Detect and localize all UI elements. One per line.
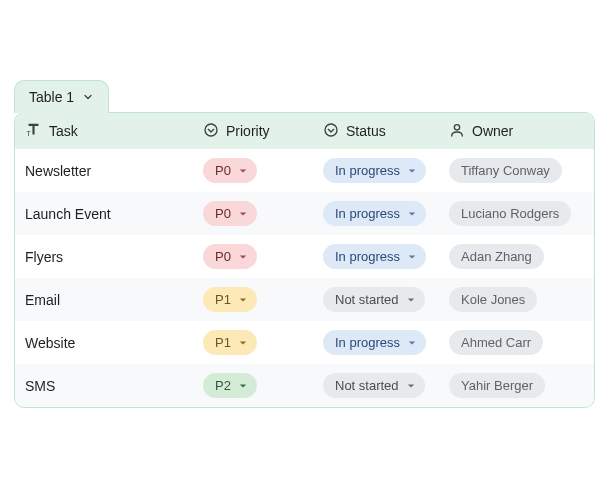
task-cell[interactable]: Flyers xyxy=(25,249,203,265)
priority-value: P1 xyxy=(215,292,231,307)
svg-point-1 xyxy=(205,124,217,136)
person-icon xyxy=(449,122,465,141)
status-value: Not started xyxy=(335,378,399,393)
status-value: In progress xyxy=(335,206,400,221)
column-header-status[interactable]: Status xyxy=(323,122,449,141)
priority-cell: P2 xyxy=(203,373,323,398)
owner-name: Tiffany Conway xyxy=(461,163,550,178)
svg-point-2 xyxy=(325,124,337,136)
dropdown-circle-icon xyxy=(323,122,339,141)
priority-pill[interactable]: P1 xyxy=(203,287,257,312)
dropdown-circle-icon xyxy=(203,122,219,141)
task-cell[interactable]: Website xyxy=(25,335,203,351)
owner-cell: Adan Zhang xyxy=(449,244,584,269)
priority-value: P0 xyxy=(215,163,231,178)
table-body: NewsletterP0In progressTiffany ConwayLau… xyxy=(15,149,594,407)
caret-down-icon xyxy=(239,253,247,261)
status-cell: Not started xyxy=(323,287,449,312)
status-cell: In progress xyxy=(323,244,449,269)
status-cell: In progress xyxy=(323,158,449,183)
table-row: WebsiteP1In progressAhmed Carr xyxy=(15,321,594,364)
chevron-down-icon xyxy=(82,91,94,103)
caret-down-icon xyxy=(239,210,247,218)
caret-down-icon xyxy=(408,339,416,347)
table-row: NewsletterP0In progressTiffany Conway xyxy=(15,149,594,192)
caret-down-icon xyxy=(239,296,247,304)
priority-pill[interactable]: P0 xyxy=(203,158,257,183)
task-cell[interactable]: SMS xyxy=(25,378,203,394)
table-header: T Task Priority Status Owner xyxy=(15,113,594,149)
owner-pill[interactable]: Kole Jones xyxy=(449,287,537,312)
priority-value: P2 xyxy=(215,378,231,393)
owner-cell: Kole Jones xyxy=(449,287,584,312)
svg-point-3 xyxy=(454,124,459,129)
priority-cell: P0 xyxy=(203,201,323,226)
status-value: In progress xyxy=(335,249,400,264)
owner-cell: Yahir Berger xyxy=(449,373,584,398)
caret-down-icon xyxy=(408,167,416,175)
table-row: FlyersP0In progressAdan Zhang xyxy=(15,235,594,278)
column-label: Status xyxy=(346,123,386,139)
status-pill[interactable]: In progress xyxy=(323,244,426,269)
priority-value: P0 xyxy=(215,249,231,264)
caret-down-icon xyxy=(239,339,247,347)
owner-cell: Luciano Rodgers xyxy=(449,201,584,226)
owner-pill[interactable]: Tiffany Conway xyxy=(449,158,562,183)
status-value: In progress xyxy=(335,163,400,178)
task-cell[interactable]: Newsletter xyxy=(25,163,203,179)
owner-name: Yahir Berger xyxy=(461,378,533,393)
caret-down-icon xyxy=(239,382,247,390)
owner-cell: Ahmed Carr xyxy=(449,330,584,355)
owner-pill[interactable]: Ahmed Carr xyxy=(449,330,543,355)
tab-table1[interactable]: Table 1 xyxy=(14,80,109,113)
caret-down-icon xyxy=(408,210,416,218)
svg-text:T: T xyxy=(26,130,31,138)
priority-cell: P0 xyxy=(203,158,323,183)
table-row: SMSP2Not startedYahir Berger xyxy=(15,364,594,407)
status-pill[interactable]: Not started xyxy=(323,287,425,312)
task-cell[interactable]: Launch Event xyxy=(25,206,203,222)
column-header-task[interactable]: T Task xyxy=(25,121,203,141)
priority-value: P1 xyxy=(215,335,231,350)
status-cell: In progress xyxy=(323,201,449,226)
caret-down-icon xyxy=(408,253,416,261)
table: T Task Priority Status Owner NewsletterP… xyxy=(14,112,595,408)
owner-name: Ahmed Carr xyxy=(461,335,531,350)
text-format-icon: T xyxy=(25,121,42,141)
column-label: Owner xyxy=(472,123,513,139)
column-label: Priority xyxy=(226,123,270,139)
owner-name: Kole Jones xyxy=(461,292,525,307)
status-pill[interactable]: Not started xyxy=(323,373,425,398)
status-pill[interactable]: In progress xyxy=(323,201,426,226)
column-header-priority[interactable]: Priority xyxy=(203,122,323,141)
priority-pill[interactable]: P1 xyxy=(203,330,257,355)
owner-cell: Tiffany Conway xyxy=(449,158,584,183)
caret-down-icon xyxy=(407,296,415,304)
status-cell: Not started xyxy=(323,373,449,398)
table-row: EmailP1Not startedKole Jones xyxy=(15,278,594,321)
column-label: Task xyxy=(49,123,78,139)
owner-name: Adan Zhang xyxy=(461,249,532,264)
status-value: Not started xyxy=(335,292,399,307)
caret-down-icon xyxy=(239,167,247,175)
owner-pill[interactable]: Adan Zhang xyxy=(449,244,544,269)
owner-name: Luciano Rodgers xyxy=(461,206,559,221)
priority-cell: P0 xyxy=(203,244,323,269)
priority-pill[interactable]: P0 xyxy=(203,201,257,226)
status-pill[interactable]: In progress xyxy=(323,158,426,183)
status-value: In progress xyxy=(335,335,400,350)
owner-pill[interactable]: Luciano Rodgers xyxy=(449,201,571,226)
task-cell[interactable]: Email xyxy=(25,292,203,308)
status-pill[interactable]: In progress xyxy=(323,330,426,355)
priority-cell: P1 xyxy=(203,330,323,355)
priority-pill[interactable]: P0 xyxy=(203,244,257,269)
status-cell: In progress xyxy=(323,330,449,355)
owner-pill[interactable]: Yahir Berger xyxy=(449,373,545,398)
caret-down-icon xyxy=(407,382,415,390)
tab-label: Table 1 xyxy=(29,89,74,105)
priority-pill[interactable]: P2 xyxy=(203,373,257,398)
table-row: Launch EventP0In progressLuciano Rodgers xyxy=(15,192,594,235)
priority-cell: P1 xyxy=(203,287,323,312)
priority-value: P0 xyxy=(215,206,231,221)
column-header-owner[interactable]: Owner xyxy=(449,122,584,141)
